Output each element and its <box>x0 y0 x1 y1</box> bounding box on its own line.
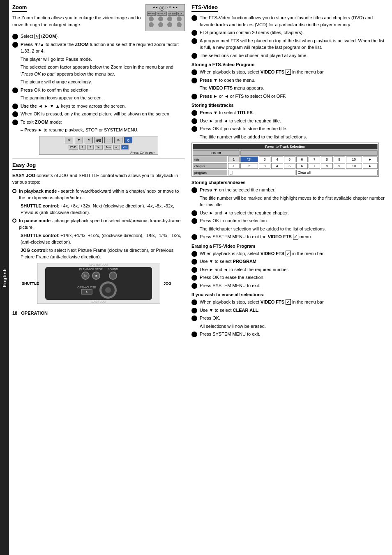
menu-icon-zoom: Q <box>124 137 132 143</box>
bullet-icon <box>191 267 197 273</box>
easy-jog-indent-1: SHUTTLE control: +4x, +8x, +32x, Next (c… <box>21 203 185 216</box>
jog-label: JOG <box>164 281 171 286</box>
easy-jog-section: Easy Jog EASY JOG consists of JOG and SH… <box>12 162 185 304</box>
menu-icon-t: T <box>75 137 83 143</box>
shuttle-label: SHUTTLE <box>22 281 39 286</box>
bullet-icon <box>191 30 197 36</box>
bullet-icon <box>12 34 18 39</box>
fts-title-label: title <box>193 157 227 162</box>
zoom-cell-no: no <box>113 145 120 150</box>
bullet-icon <box>191 259 197 265</box>
bullet-icon <box>191 126 197 132</box>
erasing-bullet-3: Use ► and ◄ to select the required numbe… <box>200 266 289 273</box>
fts-onoff: On Off <box>193 150 240 156</box>
easy-jog-bullet-2: In pause mode - change playback speed or… <box>19 217 185 231</box>
easy-jog-indent-3: JOG control: to select Next Picture Fram… <box>21 247 185 260</box>
zoom-bullet-1: Select ⚲ (ZOOM). <box>21 33 59 40</box>
language-tab: English <box>0 0 9 555</box>
zoom-cell-1en: 1en <box>95 145 103 150</box>
bullet-icon <box>191 315 197 321</box>
bullet-icon <box>191 332 197 337</box>
menu-icon-c: C <box>85 137 93 143</box>
easy-jog-bold: EASY JOG <box>12 173 35 178</box>
erase-all-bullet-1: When playback is stop, select VIDEO FTS … <box>200 299 325 306</box>
storing-chapters-indent-1: The title number will be marked and the … <box>200 195 389 208</box>
storing-titles-bullet-3: Press OK if you wish to store the entire… <box>200 125 287 132</box>
zoom-section: ◄◄ ⊙ ▷ ⊙ ►► APFAV REPEAT SETUP <box>12 4 185 155</box>
erase-all-indent-1: All selections will now be erased. <box>200 323 266 330</box>
bullet-icon <box>12 42 18 48</box>
fts-bullet-3: A programmed FTS will be placed on top o… <box>200 37 389 51</box>
press-ok-label: Press OK to pan <box>39 151 158 154</box>
zoom-menubar-image: ☆ T C ((t)) … ▷ Q DVD 1 2 <box>39 136 158 155</box>
page-number: 18 <box>12 311 17 315</box>
fts-bullet-1: The FTS-Video function allows you to sto… <box>200 14 389 28</box>
bullet-icon <box>191 234 197 240</box>
menu-icon-star: ☆ <box>65 137 73 143</box>
storing-titles-bullets: Press ▼ to select TITLES. Use ► and ◄ to… <box>191 109 389 140</box>
storing-titles-bullet-1: Press ▼ to select TITLES. <box>200 109 254 116</box>
bullet-icon <box>191 53 197 59</box>
menu-icon-sound: ((t)) <box>95 137 103 143</box>
fts-bullet-2: FTS program can contain 20 items (titles… <box>200 29 304 36</box>
storing-titles-title: Storing titles/tracks <box>191 103 389 108</box>
zoom-title: Zoom <box>12 4 27 12</box>
storing-indent-1: The VIDEO FTS menu appears. <box>200 85 264 92</box>
menu-icon-play: ▷ <box>114 137 122 143</box>
storing-program-title: Storing a FTS-Video Program <box>191 62 389 67</box>
storing-bullet-1: When playback is stop, select VIDEO FTS … <box>200 69 325 76</box>
erasing-program-title: Erasing a FTS-Video Program <box>191 244 389 249</box>
fts-table-header: Favorite Track Selection <box>193 144 378 150</box>
bullet-icon <box>191 15 197 21</box>
fts-program-label: program <box>193 170 227 175</box>
zoom-bullet-2: Press ▼/▲ to activate the ZOOM function … <box>21 41 185 55</box>
storing-chapters-bullet-1: Press ▼ on the selected title number. <box>200 187 276 193</box>
zoom-bullet-3: Press OK to confirm the selection. <box>21 87 90 94</box>
bullet-icon <box>191 118 197 124</box>
zoom-cell-dvd: DVD <box>69 145 78 150</box>
bullet-icon <box>191 210 197 216</box>
bullet-icon <box>191 275 197 281</box>
menu-icon-dots: … <box>104 137 113 143</box>
bullet-icon <box>191 308 197 313</box>
bullet-icon <box>191 110 197 116</box>
storing-chapters-bullet-4: Press SYSTEM MENU to exit the VIDEO FTS … <box>200 233 312 240</box>
zoom-cell-2: 2 <box>87 145 94 150</box>
erasing-bullet-5: Press SYSTEM MENU to exit. <box>200 282 260 289</box>
erase-all-bullet-4: Press SYSTEM MENU to exit. <box>200 331 260 338</box>
bullet-icon <box>12 111 18 117</box>
zoom-indent-4: The panning icons appear on the screen. <box>21 94 103 101</box>
page-number-row: 18 Operation <box>12 309 185 315</box>
storing-program-bullets: When playback is stop, select VIDEO FTS … <box>191 69 389 99</box>
bullet-icon <box>191 283 197 289</box>
fts-main-bullets: The FTS-Video function allows you to sto… <box>191 14 389 59</box>
bullet-icon <box>12 88 18 93</box>
fts-chapter-label: chapter <box>193 163 227 169</box>
storing-chapters-bullets: Press ▼ on the selected title number. Th… <box>191 187 389 240</box>
easy-jog-bullets: In playback mode - search forward/backwa… <box>12 188 185 260</box>
easy-jog-indent-2: SHUTTLE control: +1/8x, +1/4x, +1/2x, (c… <box>21 232 185 246</box>
zoom-bullet-4: Use the ◄ ► ▼ ▲ keys to move across the … <box>21 103 126 110</box>
erase-all-bullets: When playback is stop, select VIDEO FTS … <box>191 299 389 338</box>
zoom-cell-1: 1 <box>79 145 86 150</box>
fts-track-table: Favorite Track Selection On Off title 1 … <box>191 143 379 177</box>
storing-titles-indent-1: The title number will be added to the li… <box>200 134 307 140</box>
erase-all-title: If you wish to erase all selections: <box>191 292 389 297</box>
zoom-easyjog-divider <box>12 158 185 159</box>
zoom-indent-1: The player will go into Pause mode. <box>21 56 92 63</box>
zoom-cell-2star: 2☆ <box>121 145 129 150</box>
storing-chapters-bullet-3: Press OK to confirm the selection. <box>200 217 268 224</box>
zoom-indent-2: The selected zoom factor appears below t… <box>21 64 185 77</box>
bullet-icon <box>191 299 197 305</box>
bullet-icon <box>12 104 18 109</box>
storing-chapters-title: Storing chapters/indexes <box>191 180 389 185</box>
zoom-remote-image: ◄◄ ⊙ ▷ ⊙ ►► APFAV REPEAT SETUP <box>145 4 185 31</box>
storing-titles-bullet-2: Use ► and ◄ to select the required title… <box>200 117 281 124</box>
storing-bullet-3: Press ► or ◄ or FTS to select ON or OFF. <box>200 93 286 100</box>
bullet-icon <box>191 94 197 99</box>
storing-bullet-2: Press ▼ to open the menu. <box>200 77 256 84</box>
erasing-bullet-1: When playback is stop, select VIDEO FTS … <box>200 250 325 257</box>
bullet-icon <box>191 218 197 224</box>
easy-jog-intro-text: consists of JOG and SHUTTLE control whic… <box>12 173 178 185</box>
easy-jog-intro: EASY JOG consists of JOG and SHUTTLE con… <box>12 172 185 186</box>
